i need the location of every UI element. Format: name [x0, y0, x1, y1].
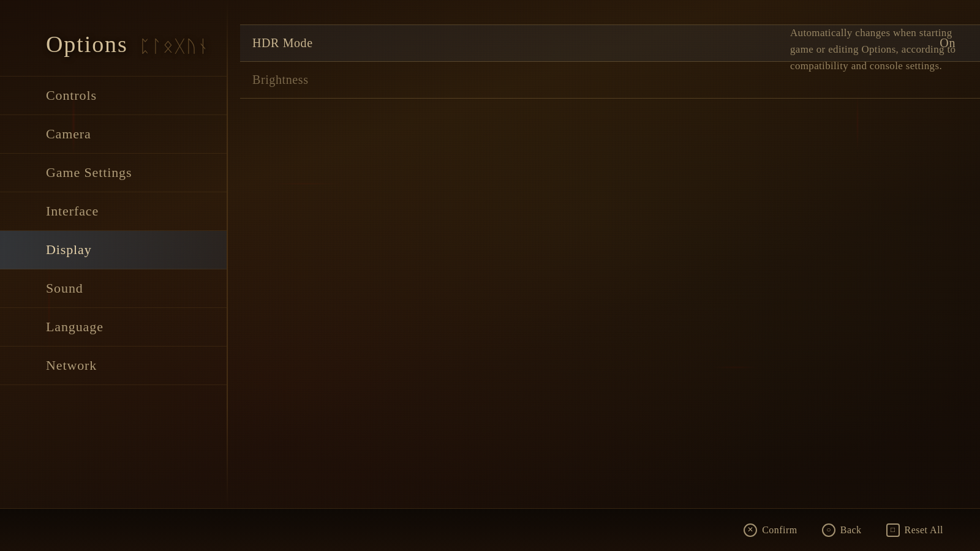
sidebar-item-game-settings[interactable]: Game Settings: [0, 154, 227, 192]
sidebar: Options ᛈᛚᛟᚷᚢᚾ Controls Camera Game Sett…: [0, 0, 227, 508]
reset-all-action[interactable]: □ Reset All: [886, 523, 943, 537]
back-icon: ○: [822, 523, 835, 537]
back-action[interactable]: ○ Back: [822, 523, 862, 537]
confirm-label: Confirm: [762, 525, 797, 536]
bottom-bar: ✕ Confirm ○ Back □ Reset All: [0, 508, 980, 551]
page-title-text: Options: [46, 31, 128, 57]
sidebar-item-controls[interactable]: Controls: [0, 76, 227, 115]
main-layout: Options ᛈᛚᛟᚷᚢᚾ Controls Camera Game Sett…: [0, 0, 980, 508]
back-label: Back: [840, 525, 862, 536]
sidebar-item-display[interactable]: Display: [0, 231, 227, 269]
sidebar-item-network[interactable]: Network: [0, 347, 227, 385]
content-area: HDR Mode On Brightness Automatically cha…: [228, 0, 980, 508]
confirm-icon: ✕: [744, 523, 757, 537]
sidebar-item-language[interactable]: Language: [0, 308, 227, 347]
sidebar-item-camera[interactable]: Camera: [0, 115, 227, 154]
description-text: Automatically changes when starting game…: [790, 27, 956, 72]
reset-all-icon: □: [886, 523, 900, 537]
sidebar-item-interface[interactable]: Interface: [0, 192, 227, 231]
confirm-action[interactable]: ✕ Confirm: [744, 523, 797, 537]
title-decoration: ᛈᛚᛟᚷᚢᚾ: [140, 37, 209, 56]
sidebar-item-sound[interactable]: Sound: [0, 269, 227, 308]
page-title: Options ᛈᛚᛟᚷᚢᚾ: [0, 18, 227, 70]
nav-list: Controls Camera Game Settings Interface …: [0, 76, 227, 385]
reset-all-label: Reset All: [905, 525, 943, 536]
description-panel: Automatically changes when starting game…: [772, 12, 980, 87]
